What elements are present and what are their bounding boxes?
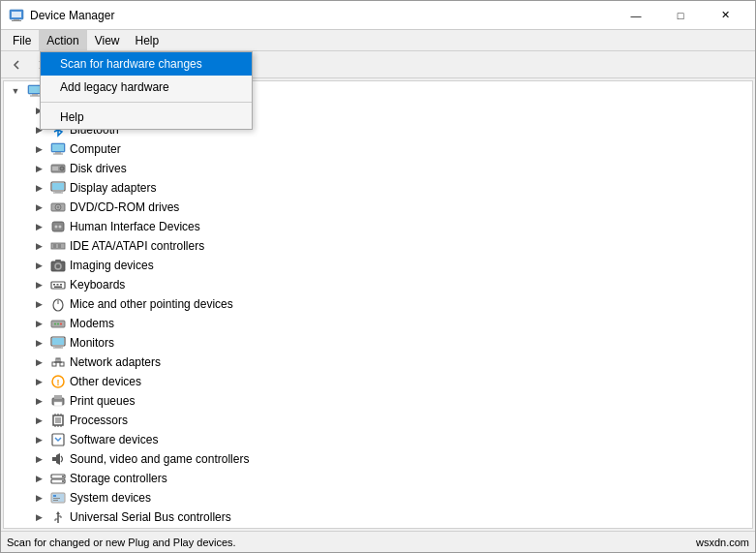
chevron-dvd-cdrom: ▶ xyxy=(31,200,46,215)
label-monitors: Monitors xyxy=(70,336,114,350)
tree-item-dvd-cdrom[interactable]: ▶ DVD/CD-ROM drives xyxy=(4,198,752,217)
label-disk-drives: Disk drives xyxy=(70,162,127,175)
help-item[interactable]: Help xyxy=(41,106,252,129)
svg-text:!: ! xyxy=(57,378,60,387)
label-system-devices: System devices xyxy=(70,491,151,505)
label-keyboards: Keyboards xyxy=(70,278,125,292)
label-display-adapters: Display adapters xyxy=(70,181,156,195)
svg-point-35 xyxy=(57,206,59,208)
svg-rect-41 xyxy=(58,244,61,248)
label-modems: Modems xyxy=(70,317,114,330)
system-icon xyxy=(50,490,66,506)
add-legacy-item[interactable]: Add legacy hardware xyxy=(41,76,252,99)
window-controls: — □ ✕ xyxy=(614,1,747,30)
svg-point-84 xyxy=(62,476,64,477)
chevron-monitors: ▶ xyxy=(31,335,46,351)
tree-item-modems[interactable]: ▶ Modems xyxy=(4,314,752,333)
menu-view[interactable]: View xyxy=(87,30,128,51)
chevron-sound-video: ▶ xyxy=(31,451,46,467)
svg-rect-32 xyxy=(53,193,63,194)
device-manager-window: Device Manager — □ ✕ File Action View He… xyxy=(0,0,756,553)
svg-rect-59 xyxy=(53,348,63,349)
monitor-icon xyxy=(50,335,66,351)
tree-item-keyboards[interactable]: ▶ Keyboards xyxy=(4,275,752,294)
chevron-mice: ▶ xyxy=(31,296,46,312)
status-bar: Scan for changed or new Plug and Play de… xyxy=(1,531,755,552)
svg-rect-57 xyxy=(52,338,64,345)
chevron-computer: ▶ xyxy=(31,141,46,157)
maximize-button[interactable]: □ xyxy=(658,1,703,30)
svg-rect-70 xyxy=(54,402,62,406)
tree-item-usb[interactable]: ▶ Universal Serial Bus controllers xyxy=(4,507,752,527)
svg-point-85 xyxy=(62,480,64,482)
tree-item-disk-drives[interactable]: ▶ Disk drives xyxy=(4,159,752,178)
window-title: Device Manager xyxy=(30,9,114,22)
svg-rect-90 xyxy=(53,500,58,501)
menu-file[interactable]: File xyxy=(5,30,39,51)
svg-rect-36 xyxy=(52,222,64,231)
svg-point-27 xyxy=(60,167,64,170)
minimize-button[interactable]: — xyxy=(614,1,658,30)
svg-rect-25 xyxy=(53,154,63,155)
svg-point-53 xyxy=(54,323,56,325)
svg-point-54 xyxy=(57,323,59,325)
tree-item-processors[interactable]: ▶ Processors xyxy=(4,411,752,430)
label-usb: Universal Serial Bus controllers xyxy=(70,510,231,524)
menu-action[interactable]: Action xyxy=(39,30,86,51)
printer-icon xyxy=(50,393,66,409)
tree-item-system-devices[interactable]: ▶ System devices xyxy=(4,488,752,507)
root-chevron: ▼ xyxy=(8,83,23,99)
label-ide-ata: IDE ATA/ATAPI controllers xyxy=(70,239,204,253)
label-other-devices: Other devices xyxy=(70,375,141,388)
svg-rect-40 xyxy=(53,244,56,248)
tree-item-mice[interactable]: ▶ Mice and other pointing devices xyxy=(4,294,752,314)
tree-item-storage-controllers[interactable]: ▶ Storage controllers xyxy=(4,469,752,488)
scan-hardware-item[interactable]: Scan for hardware changes xyxy=(41,52,252,76)
label-hid: Human Interface Devices xyxy=(70,220,200,233)
chevron-print-queues: ▶ xyxy=(31,393,46,409)
sound-icon xyxy=(50,451,66,467)
title-bar-left: Device Manager xyxy=(9,8,114,23)
tree-item-hid[interactable]: ▶ Human Interface Devices xyxy=(4,217,752,236)
svg-rect-15 xyxy=(32,94,38,96)
svg-point-55 xyxy=(60,323,62,325)
close-button[interactable]: ✕ xyxy=(703,1,747,30)
svg-rect-28 xyxy=(52,167,58,170)
tree-item-display-adapters[interactable]: ▶ Display adapters xyxy=(4,178,752,198)
svg-rect-30 xyxy=(52,183,64,190)
tree-item-sound-video[interactable]: ▶ Sound, video and game controllers xyxy=(4,449,752,469)
svg-rect-46 xyxy=(53,284,55,286)
other-icon: ! xyxy=(50,374,66,389)
label-imaging: Imaging devices xyxy=(70,259,154,272)
title-bar: Device Manager — □ ✕ xyxy=(1,1,755,30)
svg-marker-92 xyxy=(56,511,60,514)
tree-item-network-adapters[interactable]: ▶ Network adapters xyxy=(4,353,752,372)
svg-rect-89 xyxy=(53,498,60,499)
svg-rect-60 xyxy=(52,362,56,366)
disk-icon xyxy=(50,161,66,176)
tree-item-imaging[interactable]: ▶ Imaging devices xyxy=(4,256,752,275)
action-dropdown: Scan for hardware changes Add legacy har… xyxy=(40,51,253,130)
chevron-usb: ▶ xyxy=(31,509,46,525)
label-network-adapters: Network adapters xyxy=(70,355,161,369)
chevron-keyboards: ▶ xyxy=(31,277,46,292)
tree-item-other-devices[interactable]: ▶ ! Other devices xyxy=(4,372,752,391)
tree-item-software-devices[interactable]: ▶ Software devices xyxy=(4,430,752,449)
tree-item-print-queues[interactable]: ▶ Print queues xyxy=(4,391,752,411)
dropdown-separator xyxy=(41,102,252,103)
modem-icon xyxy=(50,316,66,331)
label-sound-video: Sound, video and game controllers xyxy=(70,452,249,466)
back-button[interactable] xyxy=(5,54,28,76)
tree-item-ide-ata[interactable]: ▶ IDE ATA/ATAPI controllers xyxy=(4,236,752,256)
mouse-icon xyxy=(50,296,66,312)
tree-item-computer[interactable]: ▶ Computer xyxy=(4,139,752,159)
device-tree[interactable]: ▼ DESKTOP-MACHINE ▶ Batteries ▶ Bluetoot… xyxy=(3,80,753,529)
svg-rect-48 xyxy=(60,284,62,286)
svg-rect-69 xyxy=(54,395,62,399)
app-icon xyxy=(9,8,24,23)
keyboard-icon xyxy=(50,277,66,292)
tree-item-monitors[interactable]: ▶ Monitors xyxy=(4,333,752,353)
svg-point-37 xyxy=(55,226,58,229)
chevron-disk-drives: ▶ xyxy=(31,161,46,176)
menu-help[interactable]: Help xyxy=(128,30,167,51)
